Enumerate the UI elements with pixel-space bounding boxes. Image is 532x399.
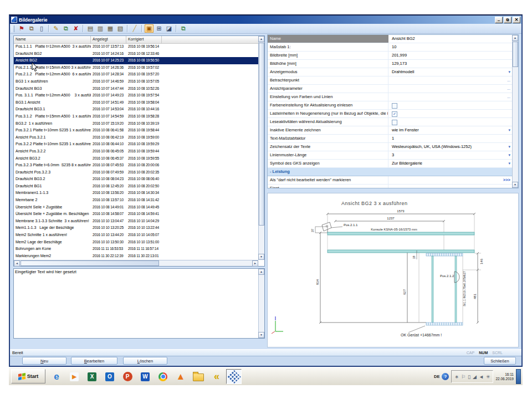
chrome-icon[interactable] (155, 369, 171, 384)
property-value[interactable]: wie im Fenster (388, 126, 500, 134)
property-value[interactable] (388, 185, 500, 188)
property-value[interactable]: Westeuropäisch, UK, USA (Windows-1252) (388, 143, 500, 151)
neu-button[interactable]: Neu (22, 357, 66, 365)
volume-icon[interactable]: ◄ (479, 374, 484, 380)
language-indicator[interactable]: DE (434, 374, 439, 379)
Ansicht BG2[interactable]: Ansicht BG2 2016 10 07 14:25:23 2016 10 … (14, 57, 258, 64)
note-vertical-scrollbar[interactable] (258, 269, 264, 338)
transfer-icon[interactable]: ▧ (116, 24, 125, 33)
powerpoint-icon[interactable]: P (120, 369, 135, 384)
close-icon[interactable] (513, 17, 520, 23)
property-value[interactable] (388, 101, 500, 109)
property-value[interactable] (290, 168, 500, 176)
list-view-icon[interactable]: ⊞ (155, 24, 163, 33)
property-control[interactable] (500, 118, 512, 126)
copy-page-icon[interactable]: ⧉ (27, 24, 36, 33)
export-icon[interactable]: ▦ (106, 24, 115, 33)
property-value[interactable] (388, 93, 500, 101)
Pos.2.1.2 Platte t=12mm A500 6 x ausführen[interactable]: Pos.2.1.2 Platte t=12mm A500 6 x ausführ… (14, 71, 258, 78)
Pos.3.2.3 Platte t=6.0mm S235 8 x ausführen[interactable]: Pos.3.2.3 Platte t=6.0mm S235 8 x ausfüh… (14, 162, 258, 169)
table-horizontal-scrollbar[interactable] (14, 260, 258, 266)
property-value[interactable]: 129,173 (388, 60, 500, 68)
property-value[interactable]: 3 (388, 151, 500, 159)
table-vertical-scrollbar[interactable] (258, 36, 264, 260)
BG3.1 Ansicht[interactable]: BG3.1 Ansicht 2016 10 07 14:51:49 2016 1… (14, 99, 258, 106)
Pos. 3.1.1 Platte t=12mm A500 3 x ausführen[interactable]: Pos. 3.1.1 Platte t=12mm A500 3 x ausfüh… (14, 92, 258, 99)
Pos.3.2.1 Platte t=10mm S235 1 x ausführen[interactable]: Pos.3.2.1 Platte t=10mm S235 1 x ausführ… (14, 127, 258, 134)
start-button[interactable]: Start (11, 369, 45, 383)
loeschen-button[interactable]: Löschen (123, 357, 167, 365)
property-value[interactable] (388, 85, 500, 93)
property-value[interactable]: 10 (388, 43, 500, 51)
restore-icon[interactable] (504, 17, 511, 23)
checkbox-checked[interactable]: ✓ (392, 111, 397, 117)
scroll-down-icon[interactable] (258, 254, 264, 260)
delete-icon[interactable]: ✘ (71, 24, 80, 33)
import-icon[interactable]: ▥ (96, 24, 105, 33)
property-control[interactable]: ▾ (500, 160, 512, 167)
Ansicht BG3.2[interactable]: Ansicht BG3.2 2016 10 08 06:45:37 2016 1… (14, 155, 258, 162)
file-explorer-icon[interactable] (191, 369, 206, 384)
Übersicht Seile + Zugstäbe m. Beschlägen[interactable]: Übersicht Seile + Zugstäbe m. Beschlägen… (14, 211, 258, 218)
titlebar[interactable]: Bildergalerie (10, 16, 521, 24)
property-control[interactable] (500, 52, 512, 59)
property-control[interactable]: ▾ (500, 126, 512, 134)
card-icon[interactable]: ▯ (37, 24, 46, 33)
scrollbar-thumb[interactable] (259, 43, 264, 226)
column-header-name[interactable]: Name (14, 36, 91, 43)
note-area[interactable]: Eingefügter Text wird hier gesetzt (13, 268, 265, 339)
Membranen1.1-1.3[interactable]: Membranen1.1-1.3 2016 10 08 13:56:20 201… (14, 190, 258, 197)
bildergalerie-taskbar-icon[interactable] (226, 369, 242, 384)
properties-scrollbar[interactable] (512, 35, 518, 188)
Pos.1.1.1 Platte t=12mm A500 3 x ausführen[interactable]: Pos.1.1.1 Platte t=12mm A500 3 x ausführ… (14, 43, 258, 50)
property-control[interactable] (500, 101, 512, 109)
property-control[interactable]: ... (500, 93, 512, 101)
scroll-down-icon[interactable] (258, 332, 264, 338)
thumbnail-view-icon[interactable]: ▣ (145, 24, 154, 33)
device-icon[interactable]: ▯ (468, 374, 470, 380)
pin-icon[interactable]: ⚑ (17, 24, 26, 33)
annotate-icon[interactable]: ╱ (130, 24, 139, 33)
Pos.3.1.2 Platte t=15mm A500 1 x ausführen[interactable]: Pos.3.1.2 Platte t=15mm A500 1 x ausführ… (14, 113, 258, 120)
media-player-icon[interactable]: ▶ (66, 369, 82, 384)
checkbox-unchecked[interactable] (392, 103, 397, 109)
excel-icon[interactable]: X (84, 369, 100, 384)
Übersicht Seile + Zugstäbe[interactable]: Übersicht Seile + Zugstäbe 2016 10 08 14… (14, 204, 258, 211)
toolbar-handle[interactable] (12, 25, 14, 32)
Draufsicht BG2[interactable]: Draufsicht BG2 2016 10 07 14:24:16 2016 … (14, 50, 258, 58)
allmenu-icon[interactable]: « (208, 369, 224, 384)
edit-icon[interactable]: ✎ (52, 24, 60, 33)
Bohrungen am Kone[interactable]: Bohrungen am Kone 2016 11 11 16:53:53 20… (14, 245, 258, 253)
checkbox-unchecked[interactable] (392, 120, 397, 125)
property-control[interactable]: ▾ (500, 68, 512, 76)
Markierungen Mem2[interactable]: Markierungen Mem2 2016 11 30 22:12:39 20… (14, 253, 258, 260)
property-value[interactable] (388, 118, 500, 126)
property-control[interactable]: ... (500, 85, 512, 93)
duplicate-icon[interactable]: ⧉ (62, 24, 70, 33)
Draufsicht Pos.3.2.3[interactable]: Draufsicht Pos.3.2.3 2016 10 08 07:49:59… (14, 169, 258, 176)
flag-icon[interactable]: ⚐ (461, 374, 466, 380)
minimize-icon[interactable] (495, 17, 503, 23)
Draufsicht BG3.2[interactable]: Draufsicht BG3.2 2016 10 08 08:04:23 201… (14, 176, 258, 183)
archive-icon[interactable]: ▤ (86, 24, 95, 33)
scrollbar-thumb[interactable] (513, 42, 518, 67)
property-value[interactable]: ✓ (388, 110, 500, 117)
property-control[interactable] (500, 110, 512, 117)
Pos.3.2.2 Platte t=10mm S235 1 x ausführen[interactable]: Pos.3.2.2 Platte t=10mm S235 1 x ausführ… (14, 141, 258, 148)
Ansicht Pos.3.2.2[interactable]: Ansicht Pos.3.2.2 2016 10 08 06:45:05 20… (14, 148, 258, 155)
property-control[interactable] (500, 135, 512, 142)
scroll-left-icon[interactable] (14, 260, 20, 267)
property-value[interactable]: Drahtmodell (388, 68, 500, 76)
Mem2 Lage der Beschläge[interactable]: Mem2 Lage der Beschläge 2016 10 10 13:50… (14, 239, 258, 246)
property-control[interactable] (500, 185, 512, 188)
property-control[interactable] (500, 168, 512, 176)
column-header-angelegt[interactable]: Angelegt (91, 36, 126, 43)
Memrbane 2[interactable]: Memrbane 2 2016 10 08 13:57:10 2016 10 0… (14, 197, 258, 204)
scrollbar-thumb[interactable] (21, 260, 159, 266)
Draufsicht BG3[interactable]: Draufsicht BG3 2016 10 07 14:47:44 2016 … (14, 85, 258, 93)
property-control[interactable] (500, 60, 512, 68)
property-value[interactable] (388, 76, 500, 84)
session-icon[interactable]: ∗ (454, 374, 459, 380)
app-status-icon[interactable]: ✳ (486, 374, 490, 380)
column-header-korrigiert[interactable]: Korrigiert (126, 36, 162, 43)
